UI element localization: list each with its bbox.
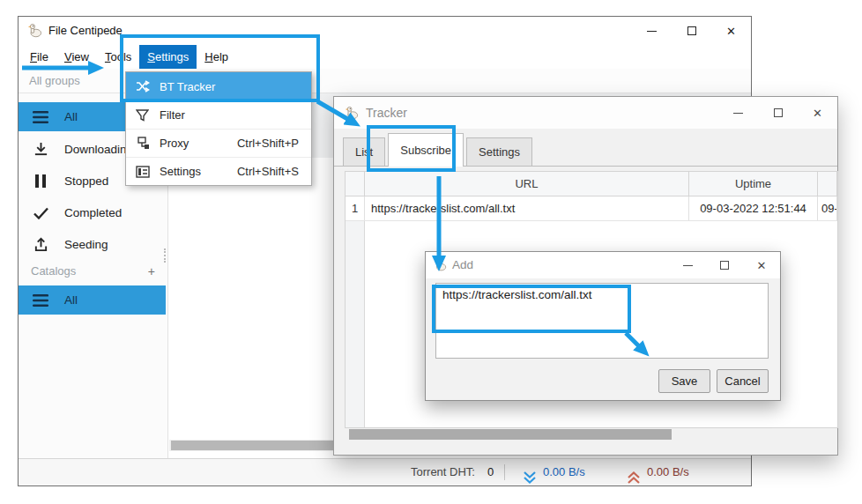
add-dialog-titlebar: Add ✕	[426, 252, 780, 278]
menu-icon	[32, 108, 49, 126]
screen: File Centipede ✕ File View Tools Setting…	[0, 0, 862, 504]
sidebar-item-seeding[interactable]: Seeding	[19, 230, 166, 259]
check-icon	[32, 204, 49, 222]
sidebar-item-label: Seeding	[64, 238, 108, 251]
maximize-icon	[774, 108, 783, 117]
save-button[interactable]: Save	[658, 369, 710, 393]
minimize-button[interactable]	[669, 252, 706, 278]
dht-label: Torrent DHT:	[411, 459, 475, 485]
maximize-icon	[687, 26, 696, 35]
statusbar-divider	[504, 464, 505, 480]
app-duck-icon	[345, 106, 359, 123]
tracker-tabs: List Subscribe Settings	[343, 133, 535, 167]
menu-help[interactable]: Help	[197, 45, 236, 69]
settings-dropdown-menu: BT Tracker Filter Proxy Ctrl+Shift+P Set…	[125, 71, 312, 186]
sidebar-item-label: All	[64, 293, 78, 307]
maximize-button[interactable]	[672, 17, 711, 45]
minimize-icon	[733, 113, 743, 114]
main-titlebar: File Centipede ✕	[19, 17, 751, 45]
menu-view[interactable]: View	[56, 45, 97, 69]
close-button[interactable]: ✕	[743, 252, 780, 278]
add-dialog-title: Add	[452, 252, 473, 278]
add-dialog-controls: ✕	[669, 252, 780, 278]
catalogs-section: Catalogs +	[19, 261, 167, 282]
filter-icon	[135, 107, 150, 122]
menu-item-bt-tracker[interactable]: BT Tracker	[126, 72, 311, 100]
menu-tools[interactable]: Tools	[97, 45, 139, 69]
menu-bar: File View Tools Settings Help	[22, 45, 236, 69]
sidebar-item-label: All	[64, 110, 78, 123]
row-number: 1	[346, 196, 365, 220]
shuffle-icon	[135, 79, 150, 94]
maximize-button[interactable]	[706, 252, 743, 278]
tracker-window-controls: ✕	[718, 97, 837, 129]
pause-icon	[32, 173, 49, 190]
tracker-hscrollbar-thumb[interactable]	[349, 429, 672, 440]
menu-item-label: BT Tracker	[160, 80, 215, 93]
sidebar-catalog-all[interactable]: All	[19, 285, 166, 315]
maximize-icon	[720, 261, 729, 270]
close-button[interactable]: ✕	[711, 17, 751, 45]
add-dialog: Add ✕ https://trackerslist.com/all.txt S…	[425, 251, 781, 401]
menu-item-shortcut: Ctrl+Shift+P	[237, 137, 302, 150]
sidebar-item-label: Stopped	[64, 174, 108, 188]
download-chevron-icon	[523, 467, 537, 493]
menu-item-filter[interactable]: Filter	[126, 100, 311, 129]
upload-chevron-icon	[627, 467, 641, 493]
upload-icon	[32, 236, 49, 254]
menu-item-label: Proxy	[160, 137, 189, 150]
tab-settings[interactable]: Settings	[466, 137, 532, 167]
menu-item-label: Filter	[160, 108, 185, 122]
dht-value: 0	[487, 459, 494, 485]
main-window-title: File Centipede	[48, 17, 123, 45]
add-catalog-button[interactable]: +	[148, 261, 155, 282]
tab-subscribe[interactable]: Subscribe	[388, 133, 464, 167]
list-box-icon	[135, 164, 150, 179]
catalogs-label: Catalogs	[31, 264, 76, 278]
table-row[interactable]: 1 https://trackerslist.com/all.txt 09-03…	[346, 196, 837, 221]
cancel-button[interactable]: Cancel	[717, 369, 769, 393]
app-duck-icon	[27, 23, 42, 41]
tracker-hscrollbar[interactable]	[346, 428, 837, 441]
menu-icon	[32, 292, 49, 309]
row-number-gutter	[346, 221, 365, 427]
close-button[interactable]: ✕	[798, 97, 837, 129]
tracker-titlebar: Tracker ✕	[334, 97, 837, 129]
app-duck-icon	[434, 258, 447, 275]
menu-item-shortcut: Ctrl+Shift+S	[237, 165, 302, 178]
minimize-button[interactable]	[718, 97, 758, 129]
tracker-window-title: Tracker	[366, 97, 407, 129]
column-header-url[interactable]: URL	[365, 172, 689, 196]
minimize-icon	[683, 265, 693, 266]
upload-speed: 0.00 B/s	[647, 459, 689, 485]
menu-settings[interactable]: Settings	[139, 45, 197, 69]
row-url: https://trackerslist.com/all.txt	[365, 196, 689, 220]
download-icon	[32, 141, 49, 159]
menu-file[interactable]: File	[22, 45, 56, 69]
minimize-button[interactable]	[632, 17, 672, 45]
table-header-row: URL Uptime	[346, 172, 837, 196]
close-icon: ✕	[726, 25, 736, 38]
close-icon: ✕	[813, 107, 822, 120]
tab-list[interactable]: List	[343, 137, 385, 167]
sidebar-item-label: Completed	[64, 206, 122, 219]
row-extra: 09-0	[818, 196, 837, 220]
group-filter-label: All groups	[29, 74, 80, 87]
menu-item-label: Settings	[160, 165, 201, 178]
sidebar-resize-handle[interactable]	[164, 248, 166, 263]
status-bar: Torrent DHT: 0 0.00 B/s 0.00 B/s	[19, 458, 751, 485]
tracker-url-input[interactable]: https://trackerslist.com/all.txt	[435, 283, 769, 359]
sidebar-item-completed[interactable]: Completed	[19, 198, 166, 227]
minimize-icon	[647, 31, 657, 32]
maximize-button[interactable]	[758, 97, 798, 129]
sidebar-item-label: Downloading	[64, 143, 133, 156]
menu-item-settings[interactable]: Settings Ctrl+Shift+S	[126, 157, 311, 185]
menu-item-proxy[interactable]: Proxy Ctrl+Shift+P	[126, 129, 311, 157]
column-header-uptime[interactable]: Uptime	[689, 172, 818, 196]
main-window-controls: ✕	[632, 17, 751, 45]
row-uptime: 09-03-2022 12:51:44	[689, 196, 818, 220]
download-speed: 0.00 B/s	[543, 459, 585, 485]
column-header-extra[interactable]	[818, 172, 837, 196]
column-header-rownum[interactable]	[346, 172, 365, 196]
proxy-icon	[135, 136, 150, 151]
